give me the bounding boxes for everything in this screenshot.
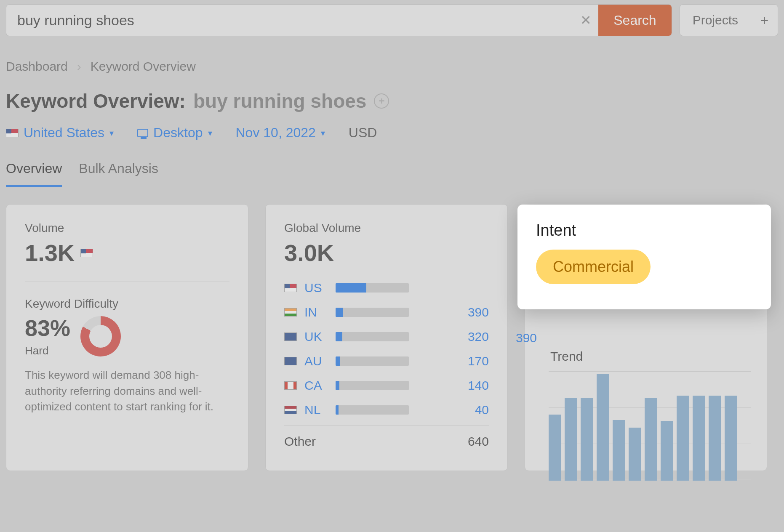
- page-title-prefix: Keyword Overview:: [6, 90, 186, 112]
- search-wrapper: ✕ Search: [6, 4, 672, 36]
- date-label: Nov 10, 2022: [236, 125, 316, 141]
- trend-bar: [581, 398, 593, 481]
- flag-ca-icon: [284, 381, 297, 390]
- search-button[interactable]: Search: [598, 5, 671, 36]
- volume-number[interactable]: 390: [468, 305, 489, 319]
- global-volume-card: Global Volume 3.0K USIN390UK320AU170CA14…: [265, 204, 508, 471]
- volume-bar: [336, 405, 409, 415]
- trend-bar: [629, 428, 641, 481]
- trend-chart: [549, 371, 751, 481]
- trend-bar: [549, 415, 561, 481]
- flag-nl-icon: [284, 406, 297, 414]
- country-code[interactable]: US: [304, 281, 328, 295]
- chevron-down-icon: ▾: [208, 128, 212, 138]
- country-code[interactable]: UK: [304, 330, 328, 344]
- currency-label: USD: [349, 125, 377, 141]
- trend-bar: [565, 398, 577, 481]
- trend-bar: [661, 421, 673, 481]
- flag-us-icon: [284, 284, 297, 292]
- page-title: Keyword Overview: buy running shoes +: [0, 74, 784, 112]
- date-filter[interactable]: Nov 10, 2022 ▾: [236, 125, 325, 141]
- right-card: 390 Intent Commercial Trend: [525, 204, 767, 471]
- filters-row: United States ▾ Desktop ▾ Nov 10, 2022 ▾…: [0, 112, 784, 141]
- kd-description: This keyword will demand 308 high-author…: [25, 367, 229, 415]
- flag-us-icon: [80, 249, 93, 257]
- country-filter[interactable]: United States ▾: [6, 125, 114, 141]
- trend-bar: [693, 396, 705, 481]
- page-title-keyword: buy running shoes: [193, 90, 366, 112]
- breadcrumb-current: Keyword Overview: [91, 59, 196, 74]
- trend-bar: [677, 396, 689, 481]
- volume-bar: [336, 381, 409, 390]
- trend-bar: [645, 398, 657, 481]
- country-code[interactable]: IN: [304, 305, 328, 319]
- top-bar: ✕ Search Projects +: [0, 0, 784, 44]
- breadcrumb: Dashboard › Keyword Overview: [0, 44, 784, 74]
- divider: [25, 282, 229, 282]
- clear-icon[interactable]: ✕: [573, 5, 598, 36]
- country-code[interactable]: CA: [304, 378, 328, 393]
- other-value: 640: [468, 434, 489, 449]
- partially-hidden-value: 390: [516, 331, 537, 345]
- country-code[interactable]: AU: [304, 354, 328, 368]
- volume-number[interactable]: 320: [468, 330, 489, 344]
- global-volume-value: 3.0K: [284, 239, 489, 266]
- search-input[interactable]: [6, 5, 573, 36]
- global-volume-list: USIN390UK320AU170CA140NL40: [284, 276, 489, 422]
- projects-button[interactable]: Projects: [680, 5, 751, 36]
- kd-value: 83%: [25, 315, 70, 341]
- chevron-down-icon: ▾: [109, 128, 114, 138]
- device-filter[interactable]: Desktop ▾: [137, 125, 212, 141]
- flag-us-icon: [6, 129, 19, 137]
- intent-label: Intent: [536, 221, 752, 239]
- global-volume-row: IN390: [284, 300, 489, 325]
- volume-bar: [336, 356, 409, 366]
- breadcrumb-dashboard[interactable]: Dashboard: [6, 59, 68, 74]
- volume-number[interactable]: 170: [468, 354, 489, 368]
- trend-bar: [613, 420, 625, 481]
- flag-au-icon: [284, 357, 297, 365]
- desktop-icon: [137, 129, 148, 137]
- tab-overview[interactable]: Overview: [6, 161, 62, 187]
- volume-bar: [336, 283, 409, 293]
- chevron-down-icon: ▾: [321, 128, 325, 138]
- global-volume-row: AU170: [284, 349, 489, 373]
- global-volume-row: UK320: [284, 325, 489, 349]
- global-volume-other-row: Other 640: [284, 429, 489, 454]
- volume-number[interactable]: 40: [475, 403, 489, 417]
- volume-number[interactable]: 140: [468, 378, 489, 393]
- add-project-button[interactable]: +: [751, 5, 778, 36]
- volume-card: Volume 1.3K Keyword Difficulty 83% Hard …: [6, 204, 248, 471]
- intent-card: Intent Commercial: [517, 205, 771, 309]
- global-volume-row: NL40: [284, 398, 489, 422]
- divider: [284, 426, 489, 426]
- country-code[interactable]: NL: [304, 403, 328, 417]
- trend-bar: [709, 396, 721, 481]
- tabs: Overview Bulk Analysis: [0, 141, 784, 187]
- trend-bar: [597, 374, 609, 481]
- global-volume-label: Global Volume: [284, 221, 489, 235]
- volume-number: 1.3K: [25, 239, 75, 266]
- chevron-right-icon: ›: [77, 59, 81, 74]
- volume-label: Volume: [25, 221, 229, 235]
- device-label: Desktop: [153, 125, 203, 141]
- intent-badge: Commercial: [536, 250, 651, 284]
- tab-bulk-analysis[interactable]: Bulk Analysis: [79, 161, 158, 187]
- volume-bar: [336, 332, 409, 341]
- trend-bar: [725, 396, 737, 481]
- volume-bar: [336, 308, 409, 317]
- flag-in-icon: [284, 308, 297, 317]
- projects-group: Projects +: [680, 4, 778, 36]
- trend-label: Trend: [550, 349, 583, 364]
- global-volume-row: US: [284, 276, 489, 300]
- cards-row: Volume 1.3K Keyword Difficulty 83% Hard …: [0, 187, 784, 471]
- kd-level: Hard: [25, 344, 70, 357]
- global-volume-row: CA140: [284, 373, 489, 398]
- volume-value: 1.3K: [25, 239, 229, 266]
- kd-label: Keyword Difficulty: [25, 297, 229, 311]
- other-label: Other: [284, 434, 316, 449]
- flag-uk-icon: [284, 332, 297, 341]
- kd-donut-chart: [80, 316, 121, 356]
- add-keyword-icon[interactable]: +: [374, 93, 389, 109]
- country-label: United States: [24, 125, 104, 141]
